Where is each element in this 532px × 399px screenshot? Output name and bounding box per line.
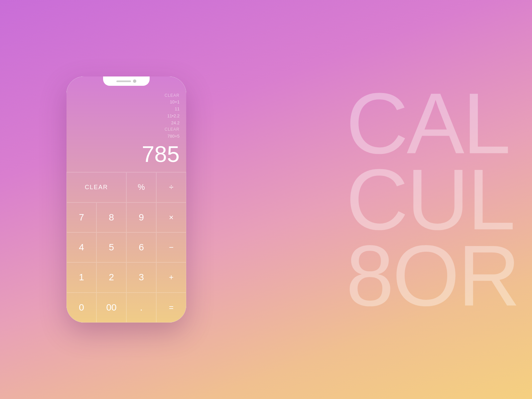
history-expr-3: 780+5 — [167, 133, 180, 140]
current-result: 785 — [142, 142, 180, 167]
key-6[interactable]: 6 — [126, 232, 156, 262]
bg-text-line-1: CAL — [346, 85, 519, 162]
calculator-display: CLEAR 10+1 11 11•2.2 24.2 CLEAR 780+5 78… — [66, 76, 186, 172]
key-5[interactable]: 5 — [96, 232, 126, 262]
key-9[interactable]: 9 — [126, 202, 156, 232]
key-00[interactable]: 00 — [96, 293, 126, 323]
phone-mockup: CLEAR 10+1 11 11•2.2 24.2 CLEAR 780+5 78… — [66, 76, 186, 323]
divide-button[interactable]: ÷ — [156, 172, 186, 202]
key-decimal[interactable]: . — [126, 293, 156, 323]
history-result-1: 11 — [175, 106, 180, 113]
bg-text-line-2: CUL — [346, 162, 519, 238]
background-text: CAL CUL 8OR — [346, 85, 519, 314]
history-clear-1: CLEAR — [165, 92, 180, 99]
speaker — [116, 80, 131, 82]
key-2[interactable]: 2 — [96, 262, 126, 292]
key-4[interactable]: 4 — [66, 232, 96, 262]
phone-body: CLEAR 10+1 11 11•2.2 24.2 CLEAR 780+5 78… — [66, 76, 186, 323]
percent-button[interactable]: % — [126, 172, 156, 202]
equals-button[interactable]: = — [156, 293, 186, 323]
screen: CLEAR 10+1 11 11•2.2 24.2 CLEAR 780+5 78… — [66, 76, 186, 323]
subtract-button[interactable]: − — [156, 232, 186, 262]
key-3[interactable]: 3 — [126, 262, 156, 292]
keypad: CLEAR % ÷ 7 8 9 × 4 5 6 − 1 2 3 + 0 — [66, 172, 186, 323]
key-1[interactable]: 1 — [66, 262, 96, 292]
camera — [133, 79, 136, 83]
bg-text-line-3: 8OR — [346, 237, 519, 314]
key-0[interactable]: 0 — [66, 293, 96, 323]
key-7[interactable]: 7 — [66, 202, 96, 232]
add-button[interactable]: + — [156, 262, 186, 292]
history-expr-1: 10+1 — [170, 99, 180, 106]
notch — [103, 76, 150, 86]
history-result-2: 24.2 — [171, 120, 180, 127]
history-clear-2: CLEAR — [165, 126, 180, 133]
key-8[interactable]: 8 — [96, 202, 126, 232]
clear-button[interactable]: CLEAR — [66, 172, 126, 202]
multiply-button[interactable]: × — [156, 202, 186, 232]
history-expr-2: 11•2.2 — [167, 113, 180, 120]
